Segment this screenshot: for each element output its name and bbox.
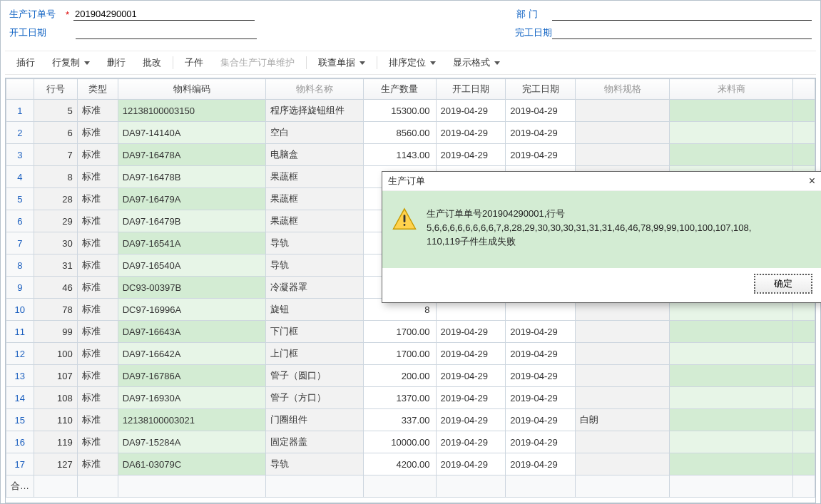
cell-type[interactable]: 标准	[77, 232, 118, 254]
table-row[interactable]: 15110标准12138100003021门圈组件337.002019-04-2…	[6, 409, 815, 431]
row-index[interactable]: 10	[6, 299, 34, 321]
cell-matcode[interactable]: DA97-16642A	[118, 343, 266, 365]
linked-doc-button[interactable]: 联查单据	[310, 54, 374, 71]
table-row[interactable]: 1199标准DA97-16643A下门框1700.002019-04-29201…	[6, 321, 815, 343]
cell-start[interactable]: 2019-04-29	[436, 100, 506, 122]
cell-lineno[interactable]: 99	[34, 321, 77, 343]
dialog-titlebar[interactable]: 生产订单 ×	[382, 172, 821, 191]
cell-matcode[interactable]: DA97-16479B	[118, 210, 266, 232]
cell-supplier[interactable]	[670, 453, 793, 475]
row-index[interactable]: 4	[6, 166, 34, 188]
col-supplier[interactable]: 来料商	[670, 79, 793, 100]
row-index[interactable]: 13	[6, 365, 34, 387]
cell-lineno[interactable]: 119	[34, 431, 77, 453]
cell-type[interactable]: 标准	[77, 321, 118, 343]
cell-qty[interactable]: 10000.00	[363, 431, 436, 453]
cell-type[interactable]: 标准	[77, 210, 118, 232]
cell-type[interactable]: 标准	[77, 409, 118, 431]
cell-matcode[interactable]: DA97-16930A	[118, 387, 266, 409]
col-type[interactable]: 类型	[77, 79, 118, 100]
cell-type[interactable]: 标准	[77, 166, 118, 188]
cell-matcode[interactable]: DC93-00397B	[118, 277, 266, 299]
cell-supplier[interactable]	[670, 409, 793, 431]
cell-end[interactable]: 2019-04-29	[506, 431, 576, 453]
col-start[interactable]: 开工日期	[436, 79, 506, 100]
row-index[interactable]: 3	[6, 144, 34, 166]
row-index[interactable]: 16	[6, 431, 34, 453]
close-icon[interactable]: ×	[809, 175, 815, 187]
row-index[interactable]: 1	[6, 100, 34, 122]
child-button[interactable]: 子件	[176, 54, 212, 71]
cell-matcode[interactable]: DA97-15284A	[118, 431, 266, 453]
cell-matcode[interactable]: DA97-16478A	[118, 144, 266, 166]
cell-supplier[interactable]	[670, 365, 793, 387]
collective-maintain-button[interactable]: 集合生产订单维护	[212, 54, 303, 71]
col-matcode[interactable]: 物料编码	[118, 79, 266, 100]
cell-matcode[interactable]: DA97-16541A	[118, 232, 266, 254]
cell-lineno[interactable]: 46	[34, 277, 77, 299]
cell-matcode[interactable]: DA97-16478B	[118, 166, 266, 188]
cell-type[interactable]: 标准	[77, 453, 118, 475]
cell-type[interactable]: 标准	[77, 122, 118, 144]
cell-type[interactable]: 标准	[77, 299, 118, 321]
cell-matcode[interactable]: 12138100003150	[118, 100, 266, 122]
cell-type[interactable]: 标准	[77, 365, 118, 387]
cell-qty[interactable]: 337.00	[363, 409, 436, 431]
row-index[interactable]: 2	[6, 122, 34, 144]
cell-start[interactable]: 2019-04-29	[436, 387, 506, 409]
table-row[interactable]: 16119标准DA97-15284A固定器盖10000.002019-04-29…	[6, 431, 815, 453]
row-index[interactable]: 15	[6, 409, 34, 431]
cell-supplier[interactable]	[670, 122, 793, 144]
cell-qty[interactable]: 8560.00	[363, 122, 436, 144]
cell-supplier[interactable]	[670, 387, 793, 409]
cell-type[interactable]: 标准	[77, 431, 118, 453]
cell-matcode[interactable]: DA97-16540A	[118, 254, 266, 277]
row-index[interactable]: 7	[6, 232, 34, 254]
table-row[interactable]: 15标准12138100003150程序选择旋钮组件15300.002019-0…	[6, 100, 815, 122]
cell-matcode[interactable]: DA97-16479A	[118, 188, 266, 210]
cell-lineno[interactable]: 107	[34, 365, 77, 387]
cell-end[interactable]: 2019-04-29	[506, 343, 576, 365]
col-end[interactable]: 完工日期	[506, 79, 576, 100]
row-index[interactable]: 12	[6, 343, 34, 365]
row-index[interactable]: 6	[6, 210, 34, 232]
cell-lineno[interactable]: 30	[34, 232, 77, 254]
table-row[interactable]: 13107标准DA97-16786A管子（圆口）200.002019-04-29…	[6, 365, 815, 387]
cell-lineno[interactable]: 127	[34, 453, 77, 475]
cell-end[interactable]: 2019-04-29	[506, 453, 576, 475]
table-row[interactable]: 17127标准DA61-03079C导轨4200.002019-04-29201…	[6, 453, 815, 475]
cell-end[interactable]: 2019-04-29	[506, 409, 576, 431]
cell-type[interactable]: 标准	[77, 387, 118, 409]
table-row[interactable]: 26标准DA97-14140A空白8560.002019-04-292019-0…	[6, 122, 815, 144]
cell-lineno[interactable]: 100	[34, 343, 77, 365]
copy-row-button[interactable]: 行复制	[44, 54, 98, 71]
row-index[interactable]: 11	[6, 321, 34, 343]
cell-start[interactable]: 2019-04-29	[436, 365, 506, 387]
row-index[interactable]: 17	[6, 453, 34, 475]
cell-lineno[interactable]: 28	[34, 188, 77, 210]
batch-edit-button[interactable]: 批改	[134, 54, 170, 71]
cell-qty[interactable]: 15300.00	[363, 100, 436, 122]
cell-type[interactable]: 标准	[77, 254, 118, 277]
cell-end[interactable]: 2019-04-29	[506, 100, 576, 122]
cell-type[interactable]: 标准	[77, 100, 118, 122]
row-index[interactable]: 8	[6, 254, 34, 277]
cell-lineno[interactable]: 7	[34, 144, 77, 166]
cell-qty[interactable]: 1143.00	[363, 144, 436, 166]
insert-row-button[interactable]: 插行	[8, 54, 44, 71]
table-row[interactable]: 12100标准DA97-16642A上门框1700.002019-04-2920…	[6, 343, 815, 365]
start-date-input[interactable]	[76, 26, 257, 39]
cell-matcode[interactable]: DA97-16643A	[118, 321, 266, 343]
cell-type[interactable]: 标准	[77, 188, 118, 210]
ok-button[interactable]: 确定	[754, 274, 812, 294]
display-format-button[interactable]: 显示格式	[444, 54, 509, 71]
cell-matcode[interactable]: DA61-03079C	[118, 453, 266, 475]
cell-type[interactable]: 标准	[77, 277, 118, 299]
cell-start[interactable]: 2019-04-29	[436, 409, 506, 431]
cell-qty[interactable]: 200.00	[363, 365, 436, 387]
sort-locate-button[interactable]: 排序定位	[380, 54, 444, 71]
cell-supplier[interactable]	[670, 144, 793, 166]
cell-lineno[interactable]: 110	[34, 409, 77, 431]
col-matname[interactable]: 物料名称	[266, 79, 363, 100]
cell-start[interactable]: 2019-04-29	[436, 453, 506, 475]
